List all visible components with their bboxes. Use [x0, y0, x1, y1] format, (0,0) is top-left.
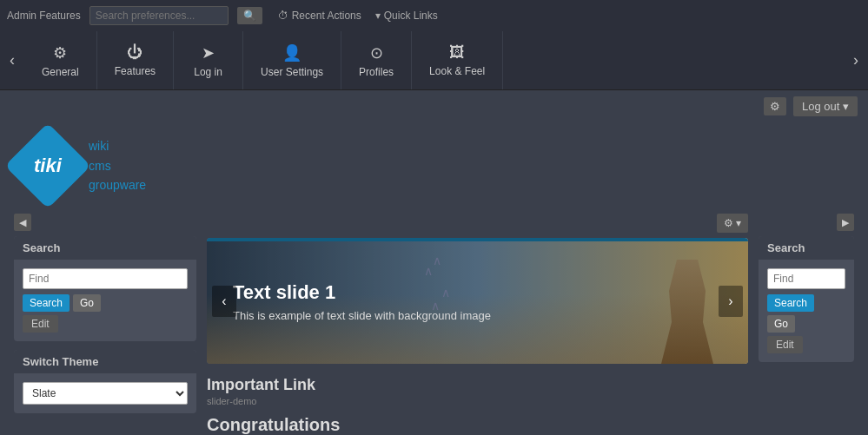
admin-features-label: Admin Features — [7, 10, 81, 22]
carousel-subtitle: This is example of text slide with backg… — [233, 308, 491, 321]
look-feel-icon: 🖼 — [449, 43, 465, 62]
clock-icon: ⏱ — [278, 10, 288, 22]
left-search-widget-body: Search Go Edit — [14, 260, 196, 341]
left-go-button[interactable]: Go — [73, 294, 101, 312]
carousel: ∧ ∧ ∧ ∧ Text slide 1 This is example of … — [207, 238, 748, 364]
logo-taglines: wiki cms groupware — [89, 136, 146, 194]
right-sidebar-collapse-button[interactable]: ▶ — [837, 214, 854, 231]
right-edit-button[interactable]: Edit — [767, 336, 803, 353]
switch-theme-widget: Switch Theme Slate Default Dark Light — [14, 350, 196, 413]
admin-bar: Admin Features 🔍 ⏱ Recent Actions ▾ Quic… — [0, 0, 868, 31]
left-find-input[interactable] — [23, 268, 188, 289]
carousel-title: Text slide 1 — [233, 280, 491, 303]
chevron-down-icon: ▾ — [375, 10, 381, 22]
logout-button[interactable]: Log out ▾ — [793, 96, 858, 116]
nav-prev-arrow[interactable]: ‹ — [0, 31, 24, 89]
left-search-widget: Search Search Go Edit — [14, 236, 196, 341]
carousel-text: Text slide 1 This is example of text sli… — [233, 280, 491, 321]
tab-profiles[interactable]: ⊙ Profiles — [341, 31, 412, 89]
right-go-button[interactable]: Go — [767, 315, 795, 333]
nav-tabs: ⚙ General ⏻ Features ➤ Log in 👤 User Set… — [24, 31, 844, 89]
slider-demo-tag: slider-demo — [207, 396, 748, 406]
switch-theme-widget-body: Slate Default Dark Light — [14, 373, 196, 413]
carousel-prev-button[interactable]: ‹ — [212, 286, 236, 317]
top-right-bar: ⚙ Log out ▾ — [0, 90, 868, 122]
right-sidebar: ▶ Search Search Go Edit — [759, 214, 854, 435]
right-find-input[interactable] — [767, 268, 845, 289]
admin-links: ⏱ Recent Actions ▾ Quick Links — [278, 10, 438, 22]
congratulations-title: Congratulations — [207, 415, 748, 435]
logo-tiki-text: tiki — [34, 155, 62, 177]
power-icon: ⏻ — [127, 43, 142, 62]
left-search-button[interactable]: Search — [23, 294, 70, 312]
theme-select-dropdown[interactable]: Slate Default Dark Light — [23, 382, 188, 405]
nav-next-arrow[interactable]: › — [844, 31, 868, 89]
left-sidebar: ◀ Search Search Go Edit Switch Theme Sla… — [14, 214, 196, 435]
switch-theme-widget-title: Switch Theme — [14, 350, 196, 373]
tab-general[interactable]: ⚙ General — [24, 31, 97, 89]
profiles-icon: ⊙ — [370, 43, 383, 63]
right-search-widget-body: Search Go Edit — [759, 260, 854, 362]
right-search-widget-title: Search — [759, 236, 854, 260]
left-search-btn-row: Search Go — [23, 294, 188, 312]
logo-diamond: tiki — [5, 123, 91, 209]
main-content: ⚙ ▾ ∧ ∧ ∧ ∧ Text slide 1 This is example… — [207, 214, 748, 435]
right-search-btn-row: Search Go — [767, 294, 845, 333]
right-search-button[interactable]: Search — [767, 294, 814, 312]
left-edit-button[interactable]: Edit — [23, 315, 58, 333]
logo-area: tiki wiki cms groupware — [0, 122, 868, 210]
search-preferences-button[interactable]: 🔍 — [237, 7, 262, 24]
content-gear-dropdown-button[interactable]: ⚙ ▾ — [717, 214, 748, 233]
settings-gear-button[interactable]: ⚙ — [764, 97, 786, 115]
tab-log-in[interactable]: ➤ Log in — [174, 31, 243, 89]
important-link-title: Important Link — [207, 376, 748, 394]
main-layout: ◀ Search Search Go Edit Switch Theme Sla… — [0, 214, 868, 435]
left-search-widget-title: Search — [14, 236, 196, 260]
user-icon: 👤 — [282, 43, 301, 63]
gear-icon: ⚙ — [53, 43, 67, 63]
right-search-widget: Search Search Go Edit — [759, 236, 854, 362]
left-sidebar-collapse-button[interactable]: ◀ — [14, 214, 31, 231]
tab-user-settings[interactable]: 👤 User Settings — [243, 31, 341, 89]
recent-actions-link[interactable]: ⏱ Recent Actions — [278, 10, 361, 22]
tab-look-and-feel[interactable]: 🖼 Look & Feel — [412, 31, 503, 89]
login-icon: ➤ — [202, 43, 215, 63]
nav-bar: ‹ ⚙ General ⏻ Features ➤ Log in 👤 User S… — [0, 31, 868, 90]
content-toolbar: ⚙ ▾ — [207, 214, 748, 233]
tab-features[interactable]: ⏻ Features — [97, 31, 174, 89]
carousel-next-button[interactable]: › — [719, 286, 743, 317]
quick-links-link[interactable]: ▾ Quick Links — [375, 10, 438, 22]
search-preferences-input[interactable] — [89, 6, 229, 25]
